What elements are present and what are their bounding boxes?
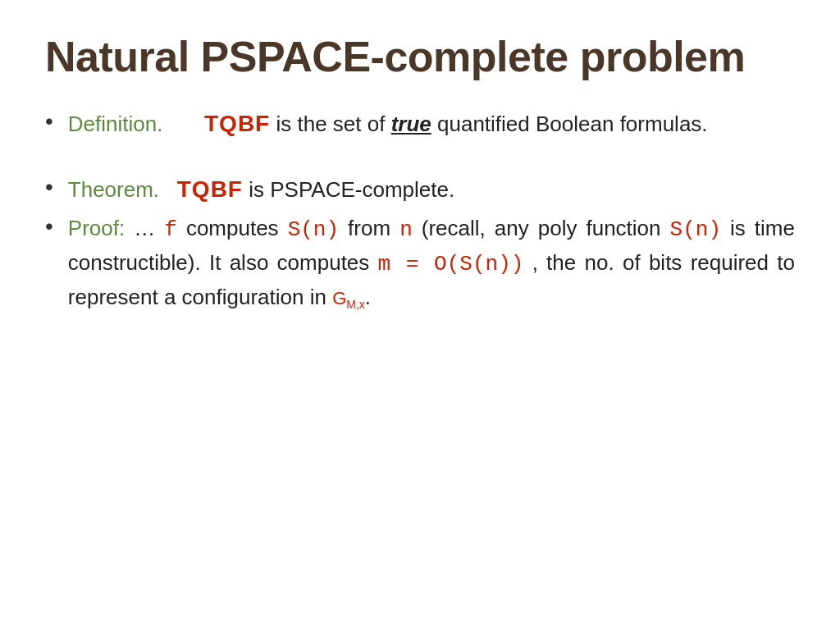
proof-dot: . <box>365 285 371 309</box>
definition-body: is the set of <box>276 112 390 136</box>
bullet-item-proof: • Proof: … f computes S(n) from n (recal… <box>45 212 795 315</box>
definition-tqbf: TQBF <box>204 111 270 136</box>
bullet-item-definition: • Definition. TQBF is the set of true qu… <box>45 107 795 141</box>
proof-label: Proof: <box>68 216 125 240</box>
proof-content: Proof: … f computes S(n) from n (recall,… <box>68 212 795 315</box>
proof-g-sub: M,x <box>346 299 365 312</box>
bullet-list: • Definition. TQBF is the set of true qu… <box>45 107 795 323</box>
proof-meq: m = O(S(n)) <box>378 252 524 276</box>
proof-n: n <box>399 217 413 242</box>
proof-sn1: S(n) <box>288 217 339 242</box>
bullet-dot-theorem: • <box>45 174 53 200</box>
bullet-dot-proof: • <box>45 213 53 240</box>
definition-body2: quantified Boolean formulas. <box>437 112 708 136</box>
proof-body3: from <box>348 216 399 240</box>
proof-g: GM,x <box>332 288 365 308</box>
proof-body4: (recall, any poly function <box>422 216 670 240</box>
theorem-content: Theorem. TQBF is PSPACE-complete. <box>68 172 795 207</box>
definition-content: Definition. TQBF is the set of true quan… <box>68 107 795 141</box>
bullet-dot-definition: • <box>45 108 53 135</box>
definition-label: Definition. <box>68 112 163 136</box>
proof-sn2: S(n) <box>670 217 721 242</box>
definition-true: true <box>391 112 431 136</box>
theorem-tqbf: TQBF <box>177 176 243 202</box>
theorem-body: is PSPACE-complete. <box>249 177 454 202</box>
spacer-1 <box>45 149 795 172</box>
bullet-item-theorem: • Theorem. TQBF is PSPACE-complete. <box>45 172 795 207</box>
proof-body2: computes <box>186 216 288 240</box>
proof-body1: … <box>134 216 164 240</box>
slide-title: Natural PSPACE-complete problem <box>45 33 795 82</box>
proof-f: f <box>164 217 177 242</box>
slide: Natural PSPACE-complete problem • Defini… <box>0 0 840 630</box>
theorem-label: Theorem. <box>68 177 159 202</box>
